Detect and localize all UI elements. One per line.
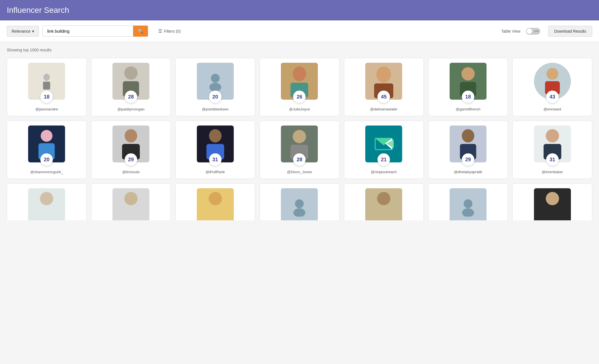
influencer-card[interactable] [428,183,508,220]
username: @timsoulo [122,170,140,174]
influencer-card[interactable]: 29 @dholakiyapratik [428,121,508,179]
table-view-label: Table View [501,29,520,34]
toggle-knob [527,28,532,34]
table-view-toggle[interactable] [526,28,540,35]
influencer-card[interactable]: 18 @jasonacidre [7,58,87,116]
score-badge: 26 [293,91,306,103]
svg-point-49 [295,199,304,208]
svg-point-52 [377,192,391,205]
username: @ninjaoutreach [371,170,397,174]
download-results-button[interactable]: Download Results [548,26,592,37]
score-badge: 31 [209,153,222,166]
score-badge: 18 [40,91,53,103]
svg-point-56 [546,192,559,205]
avatar [112,188,149,220]
svg-point-15 [462,67,475,81]
influencer-card[interactable]: 26 @JulieJoyce [260,58,339,116]
score-badge: 29 [125,153,137,166]
card-image-wrap: 45 [365,63,402,100]
filter-icon: ☰ [158,28,162,34]
username: @debramastaler [370,107,397,111]
svg-point-9 [293,66,306,81]
username: @iPullRank [206,170,225,174]
svg-rect-2 [43,81,50,89]
search-button[interactable]: 🔍 [133,26,148,37]
influencer-card[interactable]: 29 @timsoulo [91,121,171,179]
svg-point-50 [293,208,305,217]
card-image-wrap: 21 [365,125,402,162]
influencer-grid-row2: 20 @shannonmcguirk_ 29 @timsoulo [7,121,592,179]
influencer-card[interactable] [91,183,171,220]
avatar [450,188,487,220]
svg-point-6 [211,74,220,83]
card-image-wrap: 31 [534,125,571,162]
score-badge: 28 [293,153,306,166]
avatar [365,188,402,220]
influencer-card[interactable]: 20 @shannonmcguirk_ [7,121,87,179]
svg-point-27 [209,129,222,143]
influencer-card[interactable] [175,183,255,220]
svg-point-54 [462,208,474,217]
svg-point-21 [41,130,53,142]
filters-button[interactable]: ☰ Filters (0) [155,26,184,36]
sort-dropdown[interactable]: Relevance ▾ [7,26,39,37]
sort-label: Relevance [12,29,30,34]
main-content: Showing top 1000 results 18 @jasonacidre [0,42,599,226]
influencer-card[interactable] [260,183,339,220]
username: @dholakiyapratik [454,170,482,174]
score-badge: 29 [462,153,474,166]
svg-point-1 [43,74,50,81]
score-badge: 20 [209,91,222,103]
influencer-card[interactable]: 31 @lorenbaker [512,121,592,179]
username: @Dixon_Jones [287,170,312,174]
username: @lorenbaker [542,170,563,174]
influencer-card[interactable]: 43 @ericward [512,58,592,116]
influencer-card[interactable] [512,183,592,220]
username: @pointblankseo [202,107,228,111]
svg-point-44 [40,192,53,205]
svg-point-24 [125,129,137,143]
card-image-wrap: 29 [112,125,149,162]
svg-point-4 [124,66,138,80]
search-bar: 🔍 [42,26,148,37]
avatar [28,188,65,220]
page-header: Influencer Search [0,0,599,20]
username: @garrettfrench [456,107,480,111]
influencer-card[interactable]: 28 @Dixon_Jones [260,121,339,179]
toolbar: Relevance ▾ 🔍 ☰ Filters (0) Table View D… [0,20,599,42]
score-badge: 28 [125,91,137,103]
influencer-card[interactable]: 20 @pointblankseo [175,58,255,116]
card-image-wrap: 43 [534,63,571,100]
card-image-wrap: 31 [197,125,234,162]
card-image-wrap: 20 [197,63,234,100]
influencer-card[interactable]: 28 @paddymoogan [91,58,171,116]
card-image-wrap: 26 [281,63,318,100]
search-icon: 🔍 [138,29,143,34]
influencer-card[interactable]: 45 @debramastaler [344,58,424,116]
influencer-card[interactable] [7,183,87,220]
influencer-card[interactable]: 18 @garrettfrench [428,58,508,116]
score-badge: 21 [377,153,390,166]
svg-point-46 [124,192,138,205]
username: @jasonacidre [36,107,58,111]
card-image-wrap: 20 [28,125,65,162]
influencer-card[interactable] [344,183,424,220]
svg-point-53 [464,199,473,208]
card-image-wrap: 28 [112,63,149,100]
username: @paddymoogan [117,107,145,111]
influencer-card[interactable]: 31 @iPullRank [175,121,255,179]
search-input[interactable] [42,26,133,37]
card-image-wrap: 18 [450,63,487,100]
username: @JulieJoyce [289,107,310,111]
avatar [281,188,318,220]
influencer-grid-row3 [7,183,592,220]
results-summary: Showing top 1000 results [7,48,592,52]
svg-point-30 [293,130,306,143]
score-badge: 18 [462,91,474,103]
score-badge: 31 [546,153,559,166]
influencer-card[interactable]: 21 @ninjaoutreach [344,121,424,179]
page-title: Influencer Search [7,6,592,15]
avatar [197,188,234,220]
username: @ericward [543,107,561,111]
username: @shannonmcguirk_ [30,170,63,174]
